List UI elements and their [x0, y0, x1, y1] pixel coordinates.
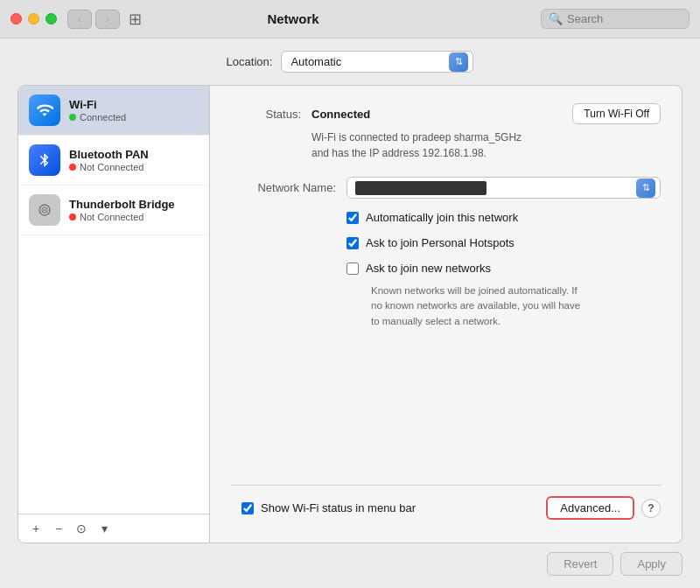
status-value: Connected	[312, 108, 370, 121]
wifi-status-text: Connected	[80, 112, 126, 122]
minimize-button[interactable]	[28, 13, 39, 24]
sidebar-thunderbolt-info: Thunderbolt Bridge Not Connected	[69, 198, 175, 222]
location-select-wrapper: Automatic Edit Locations... ⇅	[281, 51, 473, 73]
main-content: Location: Automatic Edit Locations... ⇅	[0, 38, 700, 588]
sidebar-wifi-status: Connected	[69, 112, 126, 122]
sidebar-wifi-info: Wi-Fi Connected	[69, 98, 126, 122]
bluetooth-status-text: Not Connected	[80, 162, 144, 172]
advanced-button[interactable]: Advanced...	[546, 496, 634, 520]
titlebar: ‹ › ⊞ Network 🔍	[0, 0, 700, 38]
detail-panel: Status: Connected Turn Wi-Fi Off Wi-Fi i…	[210, 85, 682, 543]
apply-button[interactable]: Apply	[620, 552, 682, 576]
add-network-button[interactable]: +	[25, 520, 46, 537]
status-label: Status:	[231, 108, 301, 121]
sidebar-item-thunderbolt[interactable]: Thunderbolt Bridge Not Connected	[18, 186, 209, 235]
bottom-section: Show Wi-Fi status in menu bar Advanced..…	[231, 476, 661, 525]
auto-join-checkbox[interactable]	[346, 212, 359, 224]
svg-point-2	[44, 209, 46, 211]
location-bar: Location: Automatic Edit Locations... ⇅	[0, 38, 700, 85]
wifi-status-dot	[69, 114, 76, 121]
thunderbolt-status-dot	[69, 214, 76, 220]
sidebar-bluetooth-status: Not Connected	[69, 162, 149, 172]
network-name-select-wrapper: pradeep sharma_5GHz ⇅	[346, 177, 661, 199]
sidebar-footer: + − ⊙ ▾	[18, 514, 209, 542]
action-menu-button[interactable]: ⊙	[71, 520, 92, 537]
ask-new-checkbox[interactable]	[346, 262, 359, 275]
status-row: Status: Connected Turn Wi-Fi Off	[231, 103, 661, 124]
sidebar-thunderbolt-status: Not Connected	[69, 212, 175, 222]
window-title: Network	[46, 11, 541, 26]
network-name-row: Network Name: pradeep sharma_5GHz ⇅	[231, 177, 661, 199]
bluetooth-status-dot	[69, 164, 76, 171]
close-button[interactable]	[10, 13, 22, 24]
ask-new-row: Ask to join new networks	[346, 262, 661, 275]
revert-button[interactable]: Revert	[547, 552, 613, 576]
search-input[interactable]	[567, 12, 672, 25]
show-wifi-advanced-row: Show Wi-Fi status in menu bar Advanced..…	[231, 485, 661, 525]
help-button[interactable]: ?	[641, 499, 661, 518]
auto-join-row: Automatically join this network	[346, 211, 661, 224]
help-text: Known networks will be joined automatica…	[371, 284, 661, 329]
body-area: Wi-Fi Connected Blue	[0, 85, 700, 543]
network-name-label: Network Name:	[231, 181, 336, 194]
sidebar-item-wifi[interactable]: Wi-Fi Connected	[18, 86, 209, 136]
ask-hotspot-checkbox[interactable]	[346, 237, 359, 249]
sidebar: Wi-Fi Connected Blue	[18, 85, 210, 543]
sidebar-wifi-name: Wi-Fi	[69, 98, 126, 111]
sidebar-bluetooth-name: Bluetooth PAN	[69, 148, 149, 161]
search-icon: 🔍	[549, 12, 563, 25]
thunderbolt-status-text: Not Connected	[80, 212, 144, 222]
ask-new-label: Ask to join new networks	[366, 262, 491, 275]
chevron-down-icon[interactable]: ▾	[94, 520, 115, 537]
search-box[interactable]: 🔍	[541, 9, 690, 29]
wifi-icon	[29, 94, 60, 126]
show-wifi-checkbox[interactable]	[242, 502, 254, 514]
location-label: Location:	[227, 55, 273, 68]
remove-network-button[interactable]: −	[48, 520, 69, 537]
action-bar: Revert Apply	[0, 543, 700, 588]
location-select[interactable]: Automatic Edit Locations...	[281, 51, 473, 73]
thunderbolt-icon	[29, 194, 60, 226]
sidebar-list: Wi-Fi Connected Blue	[18, 86, 209, 514]
show-wifi-row: Show Wi-Fi status in menu bar	[242, 501, 416, 514]
sidebar-thunderbolt-name: Thunderbolt Bridge	[69, 198, 175, 211]
show-wifi-label: Show Wi-Fi status in menu bar	[261, 501, 416, 514]
bluetooth-icon	[29, 144, 60, 176]
turn-wifi-button[interactable]: Turn Wi-Fi Off	[572, 103, 661, 124]
ask-hotspot-label: Ask to join Personal Hotspots	[366, 236, 514, 249]
auto-join-label: Automatically join this network	[366, 211, 518, 224]
network-name-select[interactable]: pradeep sharma_5GHz	[346, 177, 661, 199]
sidebar-bluetooth-info: Bluetooth PAN Not Connected	[69, 148, 149, 172]
ask-hotspot-row: Ask to join Personal Hotspots	[346, 236, 661, 249]
sidebar-item-bluetooth[interactable]: Bluetooth PAN Not Connected	[18, 136, 209, 186]
status-description: Wi-Fi is connected to pradeep sharma_5GH…	[312, 130, 661, 161]
